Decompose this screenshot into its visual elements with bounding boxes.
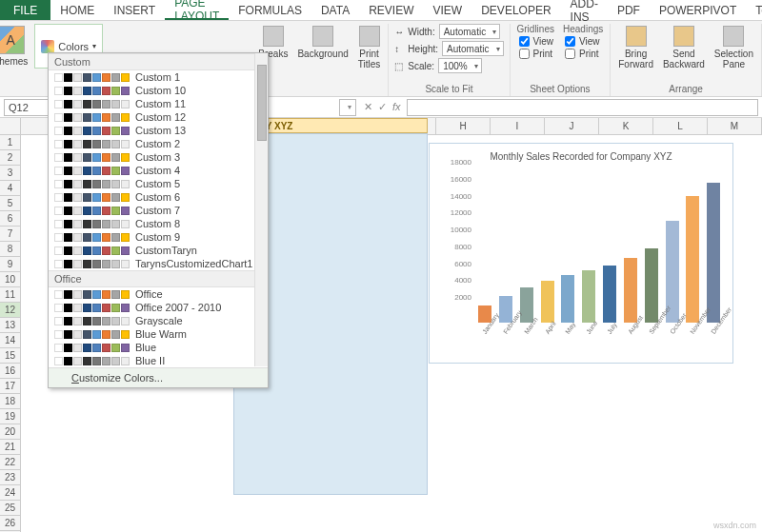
color-theme-label: Blue II [135, 355, 165, 366]
tab-pdf[interactable]: PDF [608, 0, 650, 20]
row-header-11[interactable]: 11 [0, 287, 20, 303]
row-header-25[interactable]: 25 [0, 501, 20, 516]
headings-view-checkbox[interactable]: View [563, 36, 603, 47]
gridlines-view-checkbox[interactable]: View [517, 36, 556, 47]
column-header-J[interactable]: J [545, 118, 599, 134]
themes-label: Themes [0, 56, 28, 67]
fx-icon[interactable]: fx [392, 101, 401, 113]
color-theme-custom-13[interactable]: Custom 13 [49, 124, 268, 137]
selection-pane-button[interactable]: Selection Pane [711, 24, 757, 71]
color-theme-custom-9[interactable]: Custom 9 [49, 230, 268, 244]
tab-home[interactable]: HOME [50, 0, 104, 20]
tab-team[interactable]: Team [746, 0, 762, 20]
color-theme-label: Custom 11 [135, 98, 186, 109]
row-header-26[interactable]: 26 [0, 516, 20, 531]
row-header-15[interactable]: 15 [0, 348, 20, 364]
color-theme-custom-8[interactable]: Custom 8 [49, 217, 268, 230]
column-header-H[interactable]: H [436, 118, 491, 134]
color-theme-custom-7[interactable]: Custom 7 [49, 204, 268, 217]
background-button[interactable]: Background [293, 24, 351, 61]
row-header-5[interactable]: 5 [0, 196, 20, 211]
color-theme-office-2007---2010[interactable]: Office 2007 - 2010 [49, 301, 268, 314]
row-header-14[interactable]: 14 [0, 333, 20, 348]
color-theme-office[interactable]: Office [49, 287, 268, 301]
tab-page-layout[interactable]: PAGE LAYOUT [165, 0, 229, 20]
row-header-16[interactable]: 16 [0, 364, 20, 379]
color-theme-grayscale[interactable]: Grayscale [49, 314, 268, 327]
tab-data[interactable]: DATA [311, 0, 359, 20]
tab-formulas[interactable]: FORMULAS [229, 0, 311, 20]
cancel-formula-icon[interactable]: ✕ [364, 101, 372, 113]
gridlines-print-checkbox[interactable]: Print [517, 49, 556, 59]
color-theme-tarynscustomizedchart1[interactable]: TarynsCustomizedChart1 [49, 257, 268, 270]
arrange-group-label: Arrange [669, 84, 703, 96]
row-header-3[interactable]: 3 [0, 166, 20, 181]
width-select[interactable]: Automatic [439, 24, 500, 39]
color-theme-custom-12[interactable]: Custom 12 [49, 110, 268, 124]
scale-select[interactable]: 100% [438, 58, 482, 73]
tab-developer[interactable]: DEVELOPER [471, 0, 560, 20]
y-tick: 10000 [451, 226, 471, 234]
color-theme-blue[interactable]: Blue [49, 341, 268, 354]
tab-review[interactable]: REVIEW [359, 0, 423, 20]
row-header-20[interactable]: 20 [0, 424, 20, 440]
row-header-17[interactable]: 17 [0, 379, 20, 394]
row-header-12[interactable]: 12 [0, 303, 20, 318]
color-theme-custom-1[interactable]: Custom 1 [49, 70, 268, 84]
row-header-8[interactable]: 8 [0, 242, 20, 257]
name-box-expand[interactable] [339, 99, 356, 116]
row-header-13[interactable]: 13 [0, 318, 20, 333]
tab-insert[interactable]: INSERT [104, 0, 165, 20]
row-header-22[interactable]: 22 [0, 455, 20, 470]
row-header-6[interactable]: 6 [0, 211, 20, 227]
bring-forward-button[interactable]: Bring Forward [614, 24, 657, 71]
row-header-1[interactable]: 1 [0, 135, 20, 150]
headings-print-checkbox[interactable]: Print [563, 49, 603, 59]
color-theme-blue-ii[interactable]: Blue II [49, 354, 268, 367]
color-theme-custom-10[interactable]: Custom 10 [49, 84, 268, 97]
tab-view[interactable]: VIEW [424, 0, 472, 20]
row-header-21[interactable]: 21 [0, 440, 20, 455]
color-theme-blue-warm[interactable]: Blue Warm [49, 327, 268, 341]
height-select[interactable]: Automatic [442, 41, 503, 56]
row-header-2[interactable]: 2 [0, 150, 20, 166]
row-header-4[interactable]: 4 [0, 181, 20, 196]
column-header-M[interactable]: M [708, 118, 762, 134]
row-header-18[interactable]: 18 [0, 394, 20, 409]
tab-powerpivot[interactable]: POWERPIVOT [650, 0, 746, 20]
row-header-24[interactable]: 24 [0, 485, 20, 501]
color-theme-label: Custom 13 [135, 125, 186, 136]
column-header-I[interactable]: I [491, 118, 545, 134]
color-theme-custom-4[interactable]: Custom 4 [49, 164, 268, 177]
color-theme-custom-6[interactable]: Custom 6 [49, 190, 268, 204]
scale-group-label: Scale to Fit [425, 84, 472, 96]
row-header-7[interactable]: 7 [0, 227, 20, 242]
color-theme-custom-2[interactable]: Custom 2 [49, 137, 268, 150]
send-backward-button[interactable]: Send Backward [659, 24, 709, 71]
print-titles-button[interactable]: Print Titles [354, 24, 385, 71]
themes-button[interactable]: A Themes [0, 24, 31, 69]
tab-add-ins[interactable]: ADD-INS [561, 0, 608, 20]
row-header-19[interactable]: 19 [0, 409, 20, 424]
y-tick: 16000 [451, 174, 471, 183]
column-header-K[interactable]: K [599, 118, 653, 134]
chart-plot-area [475, 170, 723, 323]
row-header-10[interactable]: 10 [0, 272, 20, 287]
breaks-icon [263, 26, 284, 47]
color-theme-custom-11[interactable]: Custom 11 [49, 97, 268, 110]
chart-object[interactable]: Monthly Sales Recorded for Company XYZ 2… [429, 143, 733, 364]
column-header-L[interactable]: L [653, 118, 708, 134]
enter-formula-icon[interactable]: ✓ [378, 101, 387, 113]
color-theme-custom-3[interactable]: Custom 3 [49, 150, 268, 164]
color-theme-customtaryn[interactable]: CustomTaryn [49, 244, 268, 257]
scrollbar-thumb[interactable] [257, 65, 267, 141]
dropdown-scrollbar[interactable] [254, 53, 268, 366]
customize-colors-button[interactable]: Customize Colors... [49, 367, 268, 387]
formula-bar[interactable] [407, 99, 758, 116]
row-header-23[interactable]: 23 [0, 470, 20, 485]
y-tick: 12000 [451, 208, 471, 217]
row-header-9[interactable]: 9 [0, 257, 20, 272]
select-all-corner[interactable] [0, 118, 21, 134]
color-theme-custom-5[interactable]: Custom 5 [49, 177, 268, 190]
file-tab[interactable]: FILE [0, 0, 50, 20]
